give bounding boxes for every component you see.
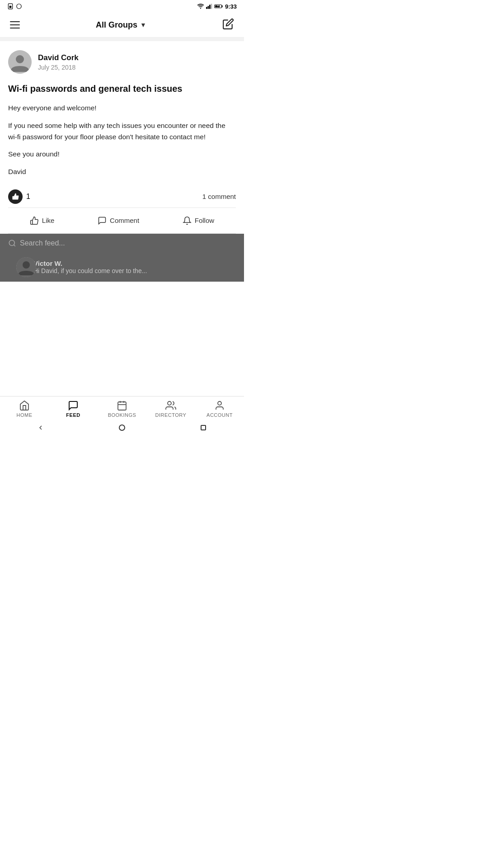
action-row: Like Comment Follow <box>8 208 236 234</box>
bookings-icon <box>117 400 127 411</box>
svg-point-14 <box>23 261 30 269</box>
svg-rect-8 <box>221 5 222 7</box>
like-number: 1 <box>26 193 30 201</box>
post-title: Wi-fi passwords and general tech issues <box>8 83 236 94</box>
hamburger-menu[interactable] <box>8 19 22 30</box>
post-body-4: David <box>8 166 236 178</box>
nav-directory[interactable]: DIRECTORY <box>146 396 195 421</box>
follow-button[interactable]: Follow <box>177 213 220 228</box>
bottom-nav: HOME FEED BOOKINGS DIRECTORY AC <box>0 396 244 421</box>
svg-point-20 <box>218 401 221 405</box>
search-icon <box>8 239 16 247</box>
feed-icon <box>68 400 79 411</box>
directory-label: DIRECTORY <box>155 412 187 418</box>
compose-icon[interactable] <box>221 16 236 34</box>
home-button[interactable] <box>118 424 126 432</box>
svg-rect-15 <box>118 402 126 410</box>
bookings-label: BOOKINGS <box>108 412 136 418</box>
post-card: David Cork July 25, 2018 Wi-fi passwords… <box>0 41 244 234</box>
post-body-3: See you around! <box>8 149 236 160</box>
wifi-icon <box>197 3 204 9</box>
svg-point-2 <box>17 4 22 9</box>
avatar <box>8 50 32 74</box>
account-label: ACCOUNT <box>206 412 233 418</box>
svg-point-11 <box>16 55 24 63</box>
svg-rect-1 <box>9 6 12 8</box>
like-count: 1 <box>8 189 30 204</box>
like-label: Like <box>42 217 55 224</box>
next-post-info: Victor W. Hi David, if you could come ov… <box>33 259 147 274</box>
author-name[interactable]: David Cork <box>38 53 79 62</box>
directory-icon <box>165 400 176 411</box>
next-section: Search feed... Victor W. Hi David, if yo… <box>0 234 244 282</box>
thumbs-up-icon <box>12 193 19 200</box>
signal-icon <box>206 3 212 9</box>
comment-count[interactable]: 1 comment <box>202 193 236 200</box>
top-nav: All Groups ▼ <box>0 13 244 38</box>
recents-button[interactable] <box>199 424 207 432</box>
svg-point-19 <box>168 401 171 405</box>
like-button[interactable]: Like <box>24 213 60 228</box>
next-post-author: Victor W. <box>33 259 147 267</box>
comment-icon <box>98 216 107 225</box>
all-groups-label: All Groups <box>96 20 137 30</box>
status-icons: 9:33 <box>197 3 237 10</box>
home-icon <box>19 400 30 411</box>
nav-account[interactable]: ACCOUNT <box>195 396 244 421</box>
engagement-row: 1 1 comment <box>8 184 236 208</box>
chevron-down-icon: ▼ <box>140 21 146 28</box>
comment-button[interactable]: Comment <box>92 213 145 228</box>
svg-rect-9 <box>215 5 220 7</box>
notification-icon <box>16 3 22 9</box>
post-body-1: Hey everyone and welcome! <box>8 103 236 114</box>
nav-title[interactable]: All Groups ▼ <box>96 20 146 30</box>
post-author: David Cork July 25, 2018 <box>8 50 236 74</box>
author-info: David Cork July 25, 2018 <box>38 53 79 71</box>
status-bar-left <box>7 3 22 9</box>
back-button[interactable] <box>37 424 45 432</box>
nav-home[interactable]: HOME <box>0 396 49 421</box>
battery-icon <box>214 4 223 9</box>
svg-rect-6 <box>211 4 212 9</box>
status-time: 9:33 <box>225 3 237 10</box>
home-label: HOME <box>17 412 33 418</box>
section-divider <box>0 38 244 41</box>
second-post-header: Victor W. Hi David, if you could come ov… <box>0 253 244 282</box>
android-nav <box>0 421 244 434</box>
bell-icon <box>183 216 192 225</box>
next-post-preview-body: Hi David, if you could come over to the.… <box>33 267 147 274</box>
comment-label: Comment <box>110 217 139 224</box>
like-icon <box>30 216 39 225</box>
sim-icon <box>7 3 14 9</box>
svg-rect-4 <box>207 6 209 9</box>
svg-rect-5 <box>209 5 211 9</box>
post-date: July 25, 2018 <box>38 64 79 71</box>
svg-point-12 <box>9 240 14 245</box>
search-row: Search feed... <box>0 234 244 253</box>
search-placeholder[interactable]: Search feed... <box>20 239 65 247</box>
status-bar: 9:33 <box>0 0 244 13</box>
nav-bookings[interactable]: BOOKINGS <box>98 396 146 421</box>
account-icon <box>214 400 225 411</box>
like-circle <box>8 189 23 204</box>
svg-rect-3 <box>206 7 207 9</box>
follow-label: Follow <box>195 217 214 224</box>
next-post-avatar <box>16 257 36 277</box>
post-body-2: If you need some help with any tech issu… <box>8 120 236 143</box>
feed-label: FEED <box>66 412 80 418</box>
nav-feed[interactable]: FEED <box>49 396 98 421</box>
